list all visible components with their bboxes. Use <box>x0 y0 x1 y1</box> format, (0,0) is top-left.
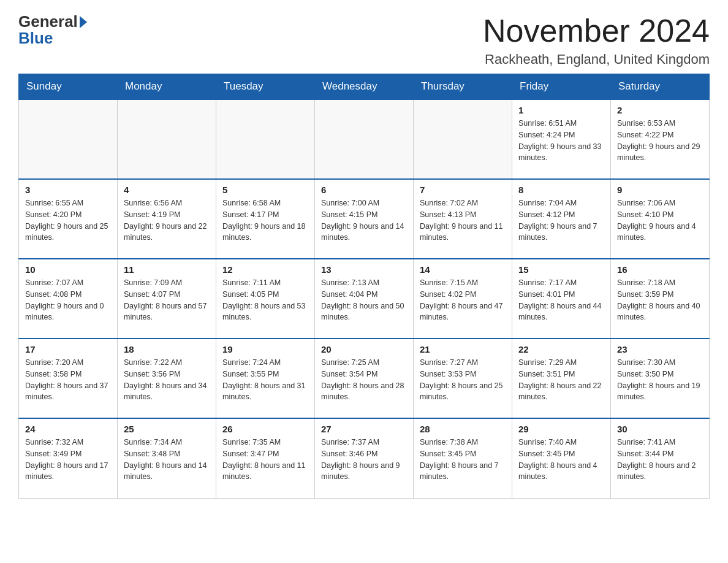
calendar-cell: 24Sunrise: 7:32 AMSunset: 3:49 PMDayligh… <box>19 418 118 498</box>
calendar-cell: 6Sunrise: 7:00 AMSunset: 4:15 PMDaylight… <box>315 179 414 259</box>
calendar-cell <box>414 99 512 179</box>
day-info: Sunrise: 6:53 AMSunset: 4:22 PMDaylight:… <box>617 118 703 164</box>
calendar-cell <box>216 99 315 179</box>
day-info: Sunrise: 6:51 AMSunset: 4:24 PMDaylight:… <box>518 118 604 164</box>
calendar-cell: 27Sunrise: 7:37 AMSunset: 3:46 PMDayligh… <box>315 418 414 498</box>
day-info: Sunrise: 7:35 AMSunset: 3:47 PMDaylight:… <box>222 437 308 483</box>
calendar-cell: 22Sunrise: 7:29 AMSunset: 3:51 PMDayligh… <box>512 339 611 418</box>
page-header: General Blue November 2024 Rackheath, En… <box>18 12 710 67</box>
week-row-1: 3Sunrise: 6:55 AMSunset: 4:20 PMDaylight… <box>19 179 710 259</box>
location-text: Rackheath, England, United Kingdom <box>483 52 710 67</box>
calendar-cell: 4Sunrise: 6:56 AMSunset: 4:19 PMDaylight… <box>118 179 216 259</box>
header-thursday: Thursday <box>414 74 512 100</box>
day-number: 9 <box>617 185 703 195</box>
header-saturday: Saturday <box>611 74 710 100</box>
day-info: Sunrise: 7:24 AMSunset: 3:55 PMDaylight:… <box>222 357 308 403</box>
day-info: Sunrise: 7:17 AMSunset: 4:01 PMDaylight:… <box>518 277 604 323</box>
day-info: Sunrise: 6:56 AMSunset: 4:19 PMDaylight:… <box>124 197 210 243</box>
day-number: 11 <box>124 264 210 275</box>
day-info: Sunrise: 7:29 AMSunset: 3:51 PMDaylight:… <box>518 357 604 403</box>
day-number: 6 <box>321 185 407 195</box>
day-info: Sunrise: 6:55 AMSunset: 4:20 PMDaylight:… <box>25 197 111 243</box>
title-section: November 2024 Rackheath, England, United… <box>483 12 710 67</box>
day-number: 25 <box>124 424 210 434</box>
day-info: Sunrise: 7:13 AMSunset: 4:04 PMDaylight:… <box>321 277 407 323</box>
day-info: Sunrise: 7:20 AMSunset: 3:58 PMDaylight:… <box>25 357 111 403</box>
day-info: Sunrise: 7:40 AMSunset: 3:45 PMDaylight:… <box>518 437 604 483</box>
month-title: November 2024 <box>483 12 710 49</box>
header-sunday: Sunday <box>19 74 118 100</box>
logo-blue-text: Blue <box>18 29 53 48</box>
day-info: Sunrise: 7:07 AMSunset: 4:08 PMDaylight:… <box>25 277 111 323</box>
header-tuesday: Tuesday <box>216 74 315 100</box>
day-number: 18 <box>124 344 210 354</box>
calendar-cell: 2Sunrise: 6:53 AMSunset: 4:22 PMDaylight… <box>611 99 710 179</box>
day-number: 2 <box>617 105 703 115</box>
day-number: 10 <box>25 264 111 275</box>
day-info: Sunrise: 7:30 AMSunset: 3:50 PMDaylight:… <box>617 357 703 403</box>
day-info: Sunrise: 7:15 AMSunset: 4:02 PMDaylight:… <box>420 277 506 323</box>
day-number: 28 <box>420 424 506 434</box>
day-info: Sunrise: 7:37 AMSunset: 3:46 PMDaylight:… <box>321 437 407 483</box>
day-number: 12 <box>222 264 308 275</box>
logo: General Blue <box>18 12 87 48</box>
day-info: Sunrise: 7:11 AMSunset: 4:05 PMDaylight:… <box>222 277 308 323</box>
calendar-cell: 12Sunrise: 7:11 AMSunset: 4:05 PMDayligh… <box>216 259 315 339</box>
calendar-cell: 18Sunrise: 7:22 AMSunset: 3:56 PMDayligh… <box>118 339 216 418</box>
day-info: Sunrise: 7:34 AMSunset: 3:48 PMDaylight:… <box>124 437 210 483</box>
day-info: Sunrise: 7:09 AMSunset: 4:07 PMDaylight:… <box>124 277 210 323</box>
calendar-header: SundayMondayTuesdayWednesdayThursdayFrid… <box>19 74 710 100</box>
day-number: 24 <box>25 424 111 434</box>
day-number: 27 <box>321 424 407 434</box>
day-info: Sunrise: 7:18 AMSunset: 3:59 PMDaylight:… <box>617 277 703 323</box>
day-number: 20 <box>321 344 407 354</box>
week-row-4: 24Sunrise: 7:32 AMSunset: 3:49 PMDayligh… <box>19 418 710 498</box>
day-number: 15 <box>518 264 604 275</box>
day-number: 4 <box>124 185 210 195</box>
calendar-cell: 17Sunrise: 7:20 AMSunset: 3:58 PMDayligh… <box>19 339 118 418</box>
day-number: 30 <box>617 424 703 434</box>
day-info: Sunrise: 7:38 AMSunset: 3:45 PMDaylight:… <box>420 437 506 483</box>
calendar-cell: 20Sunrise: 7:25 AMSunset: 3:54 PMDayligh… <box>315 339 414 418</box>
header-row: SundayMondayTuesdayWednesdayThursdayFrid… <box>19 74 710 100</box>
day-info: Sunrise: 7:04 AMSunset: 4:12 PMDaylight:… <box>518 197 604 243</box>
day-info: Sunrise: 7:25 AMSunset: 3:54 PMDaylight:… <box>321 357 407 403</box>
calendar-body: 1Sunrise: 6:51 AMSunset: 4:24 PMDaylight… <box>19 99 710 498</box>
week-row-0: 1Sunrise: 6:51 AMSunset: 4:24 PMDaylight… <box>19 99 710 179</box>
calendar-cell: 21Sunrise: 7:27 AMSunset: 3:53 PMDayligh… <box>414 339 512 418</box>
calendar-cell: 9Sunrise: 7:06 AMSunset: 4:10 PMDaylight… <box>611 179 710 259</box>
day-number: 8 <box>518 185 604 195</box>
day-info: Sunrise: 7:22 AMSunset: 3:56 PMDaylight:… <box>124 357 210 403</box>
header-friday: Friday <box>512 74 611 100</box>
day-number: 13 <box>321 264 407 275</box>
calendar-cell: 1Sunrise: 6:51 AMSunset: 4:24 PMDaylight… <box>512 99 611 179</box>
calendar-cell: 10Sunrise: 7:07 AMSunset: 4:08 PMDayligh… <box>19 259 118 339</box>
day-info: Sunrise: 7:02 AMSunset: 4:13 PMDaylight:… <box>420 197 506 243</box>
week-row-3: 17Sunrise: 7:20 AMSunset: 3:58 PMDayligh… <box>19 339 710 418</box>
calendar-cell: 19Sunrise: 7:24 AMSunset: 3:55 PMDayligh… <box>216 339 315 418</box>
logo-triangle-icon <box>80 16 87 28</box>
calendar-cell: 8Sunrise: 7:04 AMSunset: 4:12 PMDaylight… <box>512 179 611 259</box>
calendar-cell <box>118 99 216 179</box>
calendar-cell: 28Sunrise: 7:38 AMSunset: 3:45 PMDayligh… <box>414 418 512 498</box>
calendar-cell: 7Sunrise: 7:02 AMSunset: 4:13 PMDaylight… <box>414 179 512 259</box>
calendar-cell: 14Sunrise: 7:15 AMSunset: 4:02 PMDayligh… <box>414 259 512 339</box>
calendar-cell <box>19 99 118 179</box>
calendar-cell: 5Sunrise: 6:58 AMSunset: 4:17 PMDaylight… <box>216 179 315 259</box>
day-info: Sunrise: 7:41 AMSunset: 3:44 PMDaylight:… <box>617 437 703 483</box>
day-info: Sunrise: 6:58 AMSunset: 4:17 PMDaylight:… <box>222 197 308 243</box>
calendar-cell: 16Sunrise: 7:18 AMSunset: 3:59 PMDayligh… <box>611 259 710 339</box>
header-monday: Monday <box>118 74 216 100</box>
calendar-cell: 3Sunrise: 6:55 AMSunset: 4:20 PMDaylight… <box>19 179 118 259</box>
day-number: 22 <box>518 344 604 354</box>
day-number: 3 <box>25 185 111 195</box>
day-number: 17 <box>25 344 111 354</box>
calendar-cell: 25Sunrise: 7:34 AMSunset: 3:48 PMDayligh… <box>118 418 216 498</box>
week-row-2: 10Sunrise: 7:07 AMSunset: 4:08 PMDayligh… <box>19 259 710 339</box>
day-number: 19 <box>222 344 308 354</box>
day-number: 29 <box>518 424 604 434</box>
calendar-cell: 29Sunrise: 7:40 AMSunset: 3:45 PMDayligh… <box>512 418 611 498</box>
header-wednesday: Wednesday <box>315 74 414 100</box>
day-number: 26 <box>222 424 308 434</box>
day-info: Sunrise: 7:06 AMSunset: 4:10 PMDaylight:… <box>617 197 703 243</box>
